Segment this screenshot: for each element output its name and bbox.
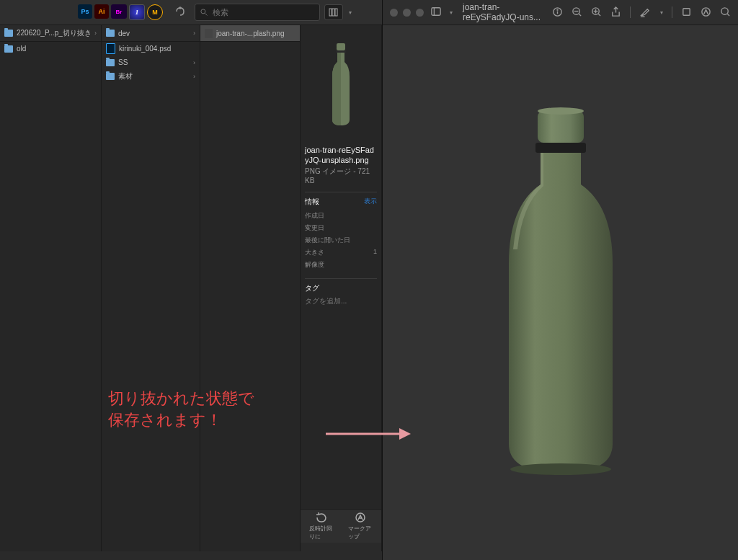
preview-canvas[interactable] [383,25,738,560]
psd-icon [106,43,115,54]
svg-point-0 [179,7,181,9]
bottle-thumb [328,42,354,128]
highlight-icon[interactable] [639,6,650,19]
row-created: 作成日 [305,211,377,221]
rotate-icon[interactable] [681,6,692,19]
show-more-link[interactable]: 表示 [364,197,377,207]
folder-icon [4,30,13,37]
markup-label: マークアップ [348,525,373,541]
search-icon[interactable] [720,6,731,19]
svg-rect-26 [538,111,584,143]
folder-item-sozai[interactable]: 素材 › [102,69,200,83]
bridge-toolbar: Ps Ai Br 1 M ▾ [0,0,382,25]
svg-line-2 [205,14,208,16]
svg-rect-28 [535,143,586,153]
svg-rect-3 [329,9,332,16]
row-size: 大きさ [305,248,373,257]
png-icon [205,29,213,38]
preview-title: joan-tran-reEySFadyJQ-uns... [463,2,545,22]
search-icon [200,8,208,17]
search-box[interactable] [195,4,320,21]
svg-rect-6 [337,43,345,50]
svg-point-13 [557,9,558,10]
column-2-header[interactable]: dev › [102,25,200,42]
svg-rect-5 [335,9,337,16]
fullscreen-icon[interactable] [416,9,424,17]
file-item-psd[interactable]: kirinuki_004.psd [102,42,200,55]
svg-point-29 [510,463,611,475]
thumbnail[interactable] [305,31,377,139]
column-2-title: dev [118,30,130,37]
svg-line-18 [598,14,600,16]
scrollbar[interactable] [301,543,381,551]
bridge-icon[interactable]: Br [111,4,127,19]
folder-icon [106,73,115,80]
column-1-title: 220620_P...p_切り抜き [17,28,92,38]
close-icon[interactable] [390,9,398,17]
column-2: dev › kirinuki_004.psd SS › 素材 › [102,25,200,551]
illustrator-icon[interactable]: Ai [94,4,109,19]
preview-window: ▾ joan-tran-reEySFadyJQ-uns... ▾ [383,0,738,560]
detail-column: joan-tran-reEySFadyJQ-unsplash.png PNG イ… [301,25,382,551]
info-icon[interactable] [552,6,563,19]
svg-line-25 [727,14,729,16]
svg-line-15 [579,14,581,16]
minimize-icon[interactable] [403,9,411,17]
chevron-right-icon: › [94,30,97,37]
column-3: joan-tran-...plash.png [200,25,301,551]
folder-item-ss[interactable]: SS › [102,55,200,69]
row-size-val: 1 [373,248,377,257]
preview-toolbar: ▾ joan-tran-reEySFadyJQ-uns... ▾ [383,0,738,25]
app-switcher: Ps Ai Br 1 M [78,4,163,20]
column-3-header[interactable]: joan-tran-...plash.png [200,25,300,42]
boomerang-icon[interactable] [174,6,186,19]
markup-icon[interactable] [701,6,711,19]
markup-button[interactable]: マークアップ [348,512,373,541]
chevron-down-icon[interactable]: ▾ [349,9,352,16]
svg-rect-22 [683,8,690,14]
chevron-down-icon[interactable]: ▾ [450,9,453,16]
svg-point-27 [538,107,584,115]
column-1-header[interactable]: 220620_P...p_切り抜き › [0,25,101,42]
row-modified: 変更日 [305,223,377,233]
item-label: old [17,45,26,53]
info-header: 情報 [305,197,319,207]
folder-item-old[interactable]: old [0,42,101,55]
chevron-right-icon: › [193,30,195,37]
column-browser: 220620_P...p_切り抜き › old dev › kirinuki_0… [0,25,382,551]
horizontal-scrollbar[interactable] [0,551,382,560]
file-name: joan-tran-reEySFadyJQ-unsplash.png [305,145,377,165]
folder-icon [4,45,13,53]
column-1: 220620_P...p_切り抜き › old [0,25,102,551]
modo-icon[interactable]: M [147,4,163,20]
file-type: PNG イメージ - 721 KB [305,166,377,185]
bottle-image [496,105,626,480]
item-label: SS [118,58,128,66]
svg-point-1 [201,9,205,14]
row-res: 解像度 [305,260,377,270]
folder-icon [106,59,115,66]
column-3-title: joan-tran-...plash.png [216,30,285,37]
photoshop-icon[interactable]: Ps [78,4,92,19]
window-controls[interactable] [390,9,424,17]
bottom-bar: 反時計回りに マークアップ [301,509,381,543]
svg-point-24 [721,7,728,14]
sidebar-toggle-icon[interactable] [431,6,441,18]
chevron-down-icon[interactable]: ▾ [660,9,663,16]
item-label: kirinuki_004.psd [119,45,171,53]
tags-header: タグ [305,283,319,293]
rotate-label: 反時計回りに [309,525,334,541]
row-lastopen: 最後に開いた日 [305,236,377,245]
add-tag-field[interactable]: タグを追加... [305,296,377,306]
chevron-right-icon: › [193,59,195,66]
folder-icon [106,30,115,37]
zoom-in-icon[interactable] [591,6,602,19]
zoom-out-icon[interactable] [572,6,582,19]
captureone-icon[interactable]: 1 [129,4,145,20]
svg-rect-9 [432,8,440,16]
rotate-ccw-button[interactable]: 反時計回りに [309,512,334,541]
view-mode-button[interactable] [324,4,343,20]
chevron-right-icon: › [193,73,195,80]
share-icon[interactable] [610,6,621,19]
search-input[interactable] [211,7,315,17]
